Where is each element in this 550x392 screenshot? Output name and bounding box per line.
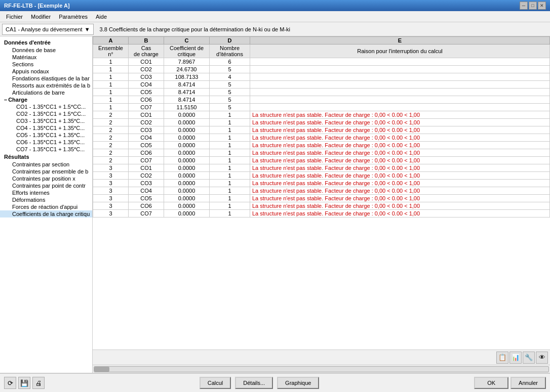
sidebar-item-co1[interactable]: CO1 - 1.35*CC1 + 1.5*CC... <box>0 103 92 110</box>
panel-header-inline: 3.8 Coefficients de la charge critique p… <box>96 26 290 32</box>
table-row: 3CO30.00001La structure n'est pas stable… <box>93 180 550 187</box>
graphique-button[interactable]: Graphique <box>277 377 319 389</box>
table-row: 2CO50.00001La structure n'est pas stable… <box>93 142 550 149</box>
table-row: 1CO17.89676 <box>93 58 550 66</box>
sidebar-item-coefficients[interactable]: Coefficients de la charge critiqu <box>0 210 92 217</box>
cell-e-18: La structure n'est pas stable. Facteur d… <box>250 195 550 202</box>
cell-d-3: 5 <box>210 81 250 89</box>
sidebar-item-efforts[interactable]: Efforts internes <box>0 189 92 196</box>
sidebar-item-co5[interactable]: CO5 - 1.35*CC1 + 1.35*C... <box>0 132 92 139</box>
cell-d-16: 1 <box>210 180 250 187</box>
sidebar-item-co2[interactable]: CO2 - 1.35*CC1 + 1.5*CC... <box>0 110 92 117</box>
sidebar-item-deformations[interactable]: Déformations <box>0 196 92 203</box>
print-icon[interactable]: 🖨 <box>32 377 45 389</box>
sidebar-item-articulations[interactable]: Articulations de barre <box>0 89 92 96</box>
cell-b-13: CO7 <box>129 157 164 164</box>
cell-e-14: La structure n'est pas stable. Facteur d… <box>250 164 550 172</box>
scrollbar-track[interactable] <box>94 366 549 372</box>
cell-b-17: CO4 <box>129 187 164 195</box>
cell-a-14: 3 <box>93 164 129 172</box>
table-container[interactable]: A B C D E Ensemblen° Casde charge Coeffi… <box>93 36 550 350</box>
cell-c-0: 7.8967 <box>164 58 210 66</box>
copy-icon[interactable]: 📋 <box>496 352 508 364</box>
chart-icon[interactable]: 📊 <box>509 352 522 364</box>
cell-e-3 <box>250 81 550 89</box>
sidebar-item-contraintes-point[interactable]: Contraintes par point de contr <box>0 182 92 189</box>
cell-c-12: 0.0000 <box>164 149 210 157</box>
cell-d-12: 1 <box>210 149 250 157</box>
minimize-button[interactable]: ─ <box>520 2 528 10</box>
cell-b-12: CO6 <box>129 149 164 157</box>
settings-icon[interactable]: 🔧 <box>523 352 535 364</box>
cell-a-20: 3 <box>93 210 129 217</box>
table-row: 1CO58.47145 <box>93 89 550 96</box>
sidebar-item-fondations[interactable]: Fondations élastiques de la bar <box>0 75 92 82</box>
sidebar-charge-header[interactable]: – Charge <box>0 96 92 103</box>
sidebar-item-contraintes-position[interactable]: Contraintes par position x <box>0 175 92 182</box>
menu-aide[interactable]: Aide <box>92 13 111 21</box>
cell-d-20: 1 <box>210 210 250 217</box>
cell-d-4: 5 <box>210 89 250 96</box>
calcul-button[interactable]: Calcul <box>200 377 231 389</box>
sidebar-resultats-header: Résultats <box>0 153 92 161</box>
maximize-button[interactable]: □ <box>529 2 537 10</box>
col-subheader-a: Ensemblen° <box>93 45 129 58</box>
table-row: 1CO68.47145 <box>93 96 550 104</box>
cell-e-0 <box>250 58 550 66</box>
table-row: 2CO10.00001La structure n'est pas stable… <box>93 111 550 119</box>
charge-label: Charge <box>8 97 27 103</box>
save-icon[interactable]: 💾 <box>18 377 30 389</box>
cell-c-6: 11.5150 <box>164 104 210 111</box>
view-icon[interactable]: 👁 <box>536 352 548 364</box>
sidebar-item-forces-reaction[interactable]: Forces de réaction d'appui <box>0 203 92 210</box>
refresh-icon[interactable]: ⟳ <box>4 377 16 389</box>
scrollbar-thumb[interactable] <box>94 367 109 372</box>
sidebar-item-co3[interactable]: CO3 - 1.35*CC1 + 1.35*C... <box>0 117 92 124</box>
cell-d-19: 1 <box>210 202 250 210</box>
details-button[interactable]: Détails... <box>235 377 273 389</box>
close-button[interactable]: ✕ <box>538 2 546 10</box>
cell-e-19: La structure n'est pas stable. Facteur d… <box>250 202 550 210</box>
cell-d-0: 6 <box>210 58 250 66</box>
sidebar-item-co4[interactable]: CO4 - 1.35*CC1 + 1.35*C... <box>0 124 92 132</box>
sidebar-item-materiaux[interactable]: Matériaux <box>0 54 92 61</box>
cell-c-14: 0.0000 <box>164 164 210 172</box>
annuler-button[interactable]: Annuler <box>510 377 546 389</box>
ok-button[interactable]: OK <box>474 377 508 389</box>
cell-a-0: 1 <box>93 58 129 66</box>
toolbar-row: CA1 - Analyse du déversement ▼ 3.8 Coeff… <box>0 22 550 36</box>
right-panel-toolbar: 📋 📊 🔧 👁 <box>93 350 550 365</box>
cell-a-16: 3 <box>93 180 129 187</box>
col-subheader-b: Casde charge <box>129 45 164 58</box>
sidebar-item-appuis-nodaux[interactable]: Appuis nodaux <box>0 68 92 75</box>
cell-c-13: 0.0000 <box>164 157 210 164</box>
cell-b-16: CO3 <box>129 180 164 187</box>
cell-c-10: 0.0000 <box>164 134 210 142</box>
sidebar-item-donnees-base[interactable]: Données de base <box>0 47 92 54</box>
cell-c-20: 0.0000 <box>164 210 210 217</box>
cell-c-4: 8.4714 <box>164 89 210 96</box>
sidebar-item-co6[interactable]: CO6 - 1.35*CC1 + 1.35*C... <box>0 139 92 146</box>
menu-fichier[interactable]: Fichier <box>2 13 27 21</box>
horizontal-scrollbar[interactable] <box>93 365 550 373</box>
sidebar: Données d'entrée Données de base Matéria… <box>0 36 93 373</box>
bottom-right-controls: OK Annuler <box>474 377 546 389</box>
cell-d-1: 5 <box>210 66 250 73</box>
cell-d-7: 1 <box>210 111 250 119</box>
table-row: 2CO40.00001La structure n'est pas stable… <box>93 134 550 142</box>
bottom-bar: ⟳ 💾 🖨 Calcul Détails... Graphique OK Ann… <box>0 373 550 392</box>
sidebar-item-co7[interactable]: CO7 - 1.35*CC1 + 1.35*C... <box>0 146 92 153</box>
analysis-dropdown[interactable]: CA1 - Analyse du déversement ▼ <box>2 24 94 35</box>
sidebar-item-contraintes-ensemble[interactable]: Contraintes par ensemble de b <box>0 168 92 175</box>
table-row: 1CO3108.71334 <box>93 73 550 81</box>
cell-a-8: 2 <box>93 119 129 126</box>
menu-modifier[interactable]: Modifier <box>27 13 55 21</box>
sidebar-item-ressorts[interactable]: Ressorts aux extrémités de la b <box>0 82 92 89</box>
sidebar-item-sections[interactable]: Sections <box>0 61 92 68</box>
cell-b-5: CO6 <box>129 96 164 104</box>
menu-parametres[interactable]: Paramètres <box>55 13 92 21</box>
cell-a-1: 1 <box>93 66 129 73</box>
sidebar-item-contraintes-section[interactable]: Contraintes par section <box>0 161 92 168</box>
cell-a-7: 2 <box>93 111 129 119</box>
cell-a-15: 3 <box>93 172 129 180</box>
